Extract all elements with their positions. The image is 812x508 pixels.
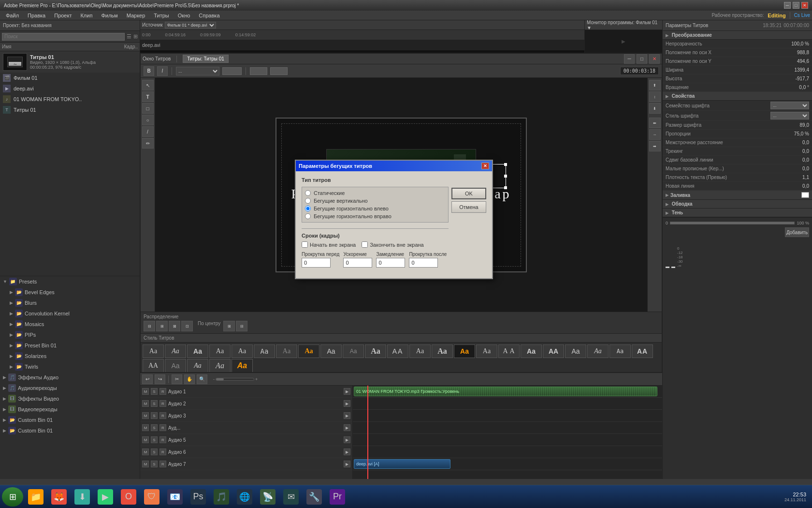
posx-value[interactable]: 988,8 (780, 50, 809, 55)
stroke-section-header[interactable]: ▶ Обводка (663, 200, 812, 209)
list-item[interactable]: ▶ deep.avi (0, 83, 140, 94)
razor-tool[interactable]: ✂ (172, 374, 182, 384)
preset-item-audio-trans[interactable]: ▶ 🎵 Аудиопереходы (0, 383, 140, 393)
start-button[interactable]: ⊞ (2, 487, 23, 507)
font-style-btn-1[interactable]: Aa (143, 344, 164, 358)
radio-static-input[interactable] (305, 190, 311, 196)
titler-minimize-btn[interactable]: ─ (624, 54, 635, 64)
tracking-input[interactable]: 0,0 (250, 67, 267, 75)
vol-handle-1[interactable] (666, 267, 669, 268)
menu-file[interactable]: Файл (2, 12, 23, 19)
width-value[interactable]: 1399,4 (780, 67, 809, 73)
font-style-btn-17[interactable]: A A (498, 344, 520, 358)
radio-roll-vert[interactable]: Бегущие вертикально (305, 198, 445, 204)
timeline-tool-1[interactable]: ↩ (142, 374, 153, 384)
radio-roll-vert-input[interactable] (305, 198, 311, 204)
font-style-btn-24[interactable]: AA (143, 359, 164, 372)
menu-film[interactable]: Фильм (97, 12, 121, 19)
track-expand-audio6[interactable]: ▶ (344, 448, 350, 455)
ease-in-input[interactable] (343, 258, 372, 268)
ellipse-tool-btn[interactable]: ○ (142, 115, 154, 125)
font-style-btn-11[interactable]: Aa (365, 344, 386, 358)
menu-clip[interactable]: Клип (76, 12, 96, 19)
rotation-value[interactable]: 0,0 ° (780, 85, 809, 90)
track-mute-audio6[interactable]: M (142, 448, 149, 455)
taskbar-firefox[interactable]: 🦊 (48, 487, 70, 507)
opacity-value[interactable]: 100,0 % (780, 41, 809, 46)
preset-item-video-trans[interactable]: ▶ 🎞 Видеопереходы (0, 404, 140, 415)
font-style-btn-3[interactable]: Aa (187, 344, 208, 358)
checkbox-start-offscreen[interactable]: Начать вне экрана (302, 241, 356, 248)
transform-section-header[interactable]: ▶ Преобразование (663, 31, 812, 40)
track-mute-audio5[interactable]: M (142, 436, 149, 443)
menu-marker[interactable]: Маркер (123, 12, 149, 19)
height-value[interactable]: -917,7 (780, 76, 809, 81)
track-record-audio5[interactable]: R (160, 436, 166, 443)
track-solo-audio6[interactable]: S (151, 448, 158, 455)
track-solo-audio2[interactable]: S (151, 400, 158, 407)
preset-item-pips[interactable]: ▶ 📂 PIPs (0, 329, 140, 340)
radio-crawl-right[interactable]: Бегущие горизонтально вправо (305, 213, 445, 219)
taskbar-outlook[interactable]: ✉ (280, 487, 302, 507)
preset-item-audio-fx[interactable]: ▶ 🎵 Эффекты Аудио (0, 372, 140, 383)
font-style-btn-12[interactable]: AA (387, 344, 408, 358)
titler-tab-active[interactable]: Титры: Титры 01 (183, 55, 229, 63)
track-solo-audio1[interactable]: S (151, 388, 158, 395)
pen-tool-btn[interactable]: ✏ (142, 138, 154, 149)
font-style-btn-8[interactable]: Aa (298, 344, 319, 358)
radio-crawl-right-input[interactable] (305, 213, 311, 219)
center-h-btn[interactable]: ⊞ (223, 321, 235, 331)
indent-value[interactable]: 1,1 (780, 175, 809, 180)
font-style-btn-10[interactable]: Aa (343, 344, 364, 358)
track-mute-audio1[interactable]: M (142, 388, 149, 395)
icon-view-icon[interactable]: ⊞ (133, 33, 138, 40)
scroll-before-input[interactable] (302, 258, 331, 268)
checkbox-end-offscreen[interactable]: Закончить вне экрана (362, 241, 424, 248)
track-expand-audio1[interactable]: ▶ (344, 388, 350, 395)
preset-item-custom-bin-01[interactable]: ▶ 📂 Custom Bin 01 (0, 415, 140, 425)
hand-tool[interactable]: ✋ (184, 374, 195, 384)
titler-maximize-btn[interactable]: □ (637, 54, 647, 64)
taskbar-app1[interactable]: 📧 (164, 487, 186, 507)
track-mute-audio3[interactable]: M (142, 412, 149, 419)
maximize-button[interactable]: □ (793, 2, 799, 9)
titler-close-btn[interactable]: ✕ (649, 54, 660, 64)
fill-color-swatch[interactable] (801, 192, 809, 198)
presets-group-header[interactable]: ▼ 📁 Presets (0, 276, 140, 287)
preset-item-twirls[interactable]: ▶ 📂 Twirls (0, 361, 140, 372)
align-left-btn[interactable]: ⬅ (649, 118, 661, 128)
menu-titles[interactable]: Титры (150, 12, 173, 19)
list-view-icon[interactable]: ☰ (127, 33, 131, 40)
font-style-btn-9[interactable]: Aa (320, 344, 342, 358)
posy-value[interactable]: 494,6 (780, 59, 809, 64)
dialog-close-btn[interactable]: ✕ (481, 163, 489, 169)
add-effect-btn[interactable]: Добавить (785, 227, 809, 237)
font-style-btn-5[interactable]: Aa (232, 344, 253, 358)
timeline-tool-2[interactable]: ↪ (155, 374, 165, 384)
font-style-btn-15[interactable]: Aa (454, 344, 475, 358)
track-record-audio3[interactable]: R (160, 412, 166, 419)
minimize-button[interactable]: ─ (784, 2, 791, 9)
track-expand-audio4[interactable]: ▶ (344, 424, 350, 431)
list-item[interactable]: ♪ 01 WOMAN FROM TOKYO.. (0, 94, 140, 105)
font-style-value[interactable]: ... (770, 112, 809, 120)
close-button[interactable]: ✕ (801, 2, 808, 9)
aspect-value[interactable]: 75,0 % (780, 131, 809, 136)
taskbar-utorrent[interactable]: ⬇ (72, 487, 93, 507)
font-style-btn-23[interactable]: AA (632, 344, 653, 358)
bold-btn[interactable]: B (144, 66, 154, 76)
preset-item-custom-bin-01b[interactable]: ▶ 📂 Custom Bin 01 (0, 425, 140, 436)
track-record-audio4[interactable]: R (160, 424, 166, 431)
audio7-clip[interactable]: deep.avi [A] (354, 459, 450, 469)
preset-item-video-fx[interactable]: ▶ 🎞 Эффекты Видео (0, 393, 140, 404)
track-expand-audio7[interactable]: ▶ (344, 461, 350, 467)
ok-button[interactable]: OK (451, 188, 486, 199)
line-tool-btn[interactable]: / (142, 126, 154, 137)
track-mute-audio7[interactable]: M (142, 461, 149, 467)
preset-item-blurs[interactable]: ▶ 📂 Blurs (0, 298, 140, 308)
small-caps-value[interactable]: 0,0 (780, 166, 809, 171)
font-family-select[interactable]: ... (176, 67, 219, 75)
font-style-btn-21[interactable]: Aa (587, 344, 609, 358)
menu-window[interactable]: Окно (174, 12, 194, 19)
track-mute-audio4[interactable]: M (142, 424, 149, 431)
